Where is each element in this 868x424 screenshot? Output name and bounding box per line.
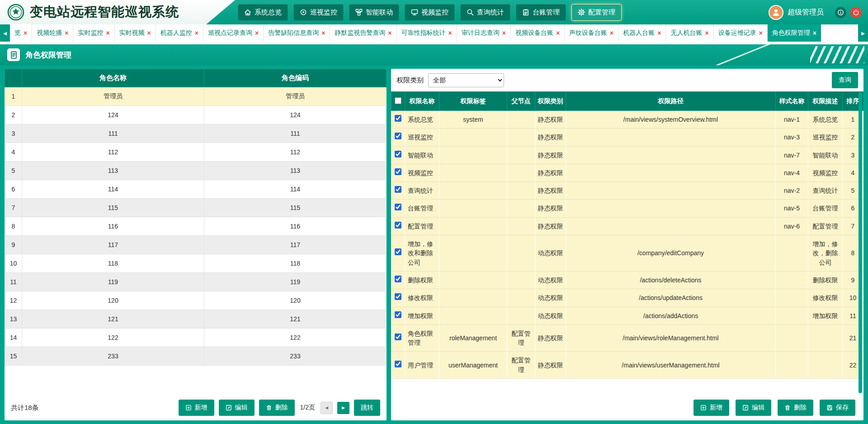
role-row[interactable]: 5113113 xyxy=(5,162,387,180)
info-button[interactable] xyxy=(835,7,846,18)
permission-row[interactable]: 修改权限动态权限/actions/updateActions修改权限10 xyxy=(392,289,863,307)
tab-14[interactable]: 无人机台账× xyxy=(666,24,713,42)
close-icon[interactable]: × xyxy=(321,30,325,36)
permission-row[interactable]: 角色权限管理roleManagement配置管理静态权限/main/views/… xyxy=(392,324,863,352)
nav-button-2[interactable]: 巡视监控 xyxy=(293,4,344,21)
close-icon[interactable]: × xyxy=(65,30,68,36)
tab-7[interactable]: 告警缺陷信息查询× xyxy=(264,24,330,42)
tab-8[interactable]: 静默监视告警查询× xyxy=(330,24,396,42)
permission-row[interactable]: 台账管理静态权限nav-5台账管理6 xyxy=(392,200,863,217)
row-checkbox[interactable] xyxy=(395,311,401,318)
user-avatar[interactable] xyxy=(769,5,783,20)
row-checkbox[interactable] xyxy=(395,151,401,157)
tab-scroll-left-button[interactable]: ◀ xyxy=(0,24,10,42)
tab-3[interactable]: 实时监控× xyxy=(73,24,114,42)
role-row[interactable]: 15233233 xyxy=(5,347,387,366)
nav-button-7[interactable]: 配置管理 xyxy=(571,4,622,21)
tab-5[interactable]: 机器人监控× xyxy=(156,24,203,42)
tab-scroll-right-button[interactable]: ▶ xyxy=(858,24,868,42)
tab-12[interactable]: 声纹设备台账× xyxy=(565,24,618,42)
close-icon[interactable]: × xyxy=(106,30,109,36)
role-row[interactable]: 12120120 xyxy=(5,291,387,310)
role-row[interactable]: 3111111 xyxy=(5,124,387,143)
close-icon[interactable]: × xyxy=(705,30,708,36)
role-row[interactable]: 10118118 xyxy=(5,254,387,273)
tab-13[interactable]: 机器人台账× xyxy=(618,24,666,42)
prev-page-button[interactable]: ◀ xyxy=(321,402,333,414)
permission-row[interactable]: 视频监控静态权限nav-4视频监控4 xyxy=(392,164,863,181)
row-checkbox[interactable] xyxy=(395,115,401,122)
close-icon[interactable]: × xyxy=(502,30,506,36)
permission-row[interactable]: 增加，修改和删除公司动态权限/company/editCompany增加，修改，… xyxy=(392,235,863,272)
nav-button-6[interactable]: 台账管理 xyxy=(516,4,566,21)
tab-1[interactable]: 览× xyxy=(10,24,32,42)
tab-2[interactable]: 视频轮播× xyxy=(32,24,73,42)
close-icon[interactable]: × xyxy=(147,30,151,36)
row-checkbox[interactable] xyxy=(395,276,401,282)
permission-row[interactable]: 删除权限动态权限/actions/deleteActions删除权限9 xyxy=(392,271,863,289)
row-checkbox[interactable] xyxy=(395,248,401,255)
perm-delete-button[interactable]: 删除 xyxy=(778,400,813,416)
permission-row[interactable]: 用户管理userManagement配置管理静态权限/main/views/us… xyxy=(392,352,863,379)
role-row[interactable]: 2124124 xyxy=(5,106,387,124)
permission-row[interactable]: 智能联动静态权限nav-7智能联动3 xyxy=(392,146,863,164)
perm-save-button[interactable]: 保存 xyxy=(820,400,855,416)
power-button[interactable] xyxy=(850,7,862,18)
close-icon[interactable]: × xyxy=(24,30,27,36)
role-row[interactable]: 1管理员管理员 xyxy=(5,87,387,106)
role-row[interactable]: 8116116 xyxy=(5,217,387,236)
tab-16[interactable]: 角色权限管理× xyxy=(768,24,821,42)
row-checkbox[interactable] xyxy=(395,186,401,193)
close-icon[interactable]: × xyxy=(448,30,452,36)
close-icon[interactable]: × xyxy=(255,30,259,36)
jump-page-button[interactable]: 跳转 xyxy=(354,400,380,416)
close-icon[interactable]: × xyxy=(388,30,392,36)
permission-row[interactable]: 系统总览system静态权限/main/views/systemOverview… xyxy=(392,111,863,129)
permission-row[interactable]: 查询统计静态权限nav-2查询统计5 xyxy=(392,182,863,200)
close-icon[interactable]: × xyxy=(556,30,560,36)
perm-add-button[interactable]: 新增 xyxy=(693,400,729,416)
row-checkbox[interactable] xyxy=(395,333,401,340)
permission-row[interactable]: 增加权限动态权限/actions/addActions增加权限11 xyxy=(392,307,863,324)
permission-row[interactable]: 配置管理静态权限nav-6配置管理7 xyxy=(392,217,863,235)
tab-6[interactable]: 巡视点记录查询× xyxy=(203,24,264,42)
row-checkbox[interactable] xyxy=(395,204,401,210)
close-icon[interactable]: × xyxy=(813,30,816,36)
close-icon[interactable]: × xyxy=(610,30,613,36)
permission-type-select[interactable]: 全部 xyxy=(428,73,504,87)
tab-11[interactable]: 视频设备台账× xyxy=(511,24,565,42)
role-edit-button[interactable]: 编辑 xyxy=(219,400,255,416)
role-add-button[interactable]: 新增 xyxy=(179,400,214,416)
scrollbar[interactable] xyxy=(859,92,862,393)
nav-button-3[interactable]: 智能联动 xyxy=(349,4,399,21)
close-icon[interactable]: × xyxy=(657,30,661,36)
next-page-button[interactable]: ▶ xyxy=(337,402,349,414)
role-row[interactable]: 4112112 xyxy=(5,143,387,162)
role-row[interactable]: 13121121 xyxy=(5,310,387,329)
role-row[interactable]: 11119119 xyxy=(5,273,387,291)
tab-9[interactable]: 可靠性指标统计× xyxy=(397,24,457,42)
row-checkbox[interactable] xyxy=(395,361,401,367)
tab-15[interactable]: 设备运维记录× xyxy=(714,24,768,42)
search-button[interactable]: 查询 xyxy=(832,72,858,88)
row-checkbox[interactable] xyxy=(395,222,401,229)
nav-button-4[interactable]: 视频监控 xyxy=(405,4,455,21)
role-row[interactable]: 14122122 xyxy=(5,329,387,347)
close-icon[interactable]: × xyxy=(759,30,763,36)
row-index-cell: 4 xyxy=(5,143,22,162)
role-row[interactable]: 6114114 xyxy=(5,180,387,199)
role-row[interactable]: 9117117 xyxy=(5,236,387,254)
row-checkbox[interactable] xyxy=(395,133,401,139)
permission-row[interactable]: 巡视监控静态权限nav-3巡视监控2 xyxy=(392,129,863,146)
tab-4[interactable]: 实时视频× xyxy=(115,24,156,42)
tab-10[interactable]: 审计日志查询× xyxy=(457,24,511,42)
row-checkbox[interactable] xyxy=(395,293,401,300)
perm-edit-button[interactable]: 编辑 xyxy=(736,400,771,416)
role-delete-button[interactable]: 删除 xyxy=(259,400,295,416)
close-icon[interactable]: × xyxy=(195,30,198,36)
role-row[interactable]: 7115115 xyxy=(5,199,387,217)
row-checkbox[interactable] xyxy=(395,168,401,175)
select-all-checkbox[interactable] xyxy=(395,97,401,104)
nav-button-5[interactable]: 查询统计 xyxy=(460,4,510,21)
nav-button-1[interactable]: 系统总览 xyxy=(238,4,288,21)
